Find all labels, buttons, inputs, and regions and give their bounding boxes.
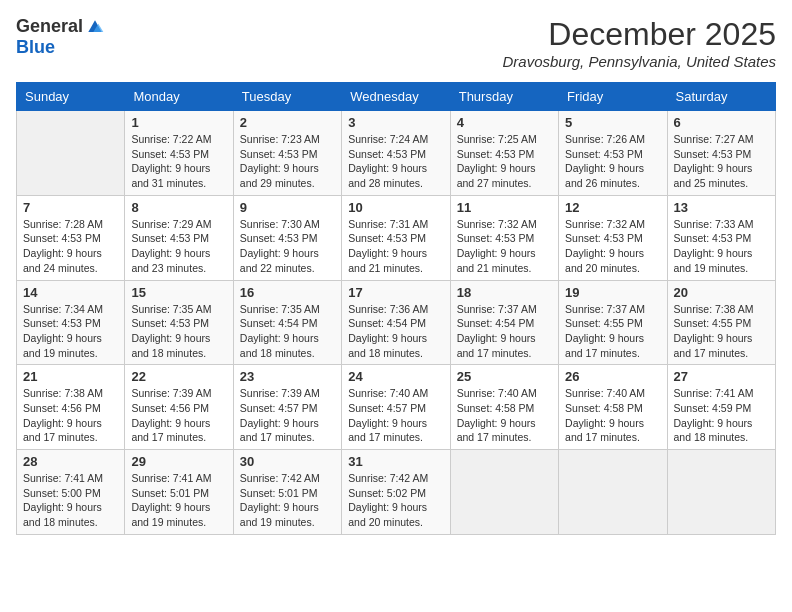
calendar-cell: 22Sunrise: 7:39 AM Sunset: 4:56 PM Dayli… [125,365,233,450]
calendar-week-row: 14Sunrise: 7:34 AM Sunset: 4:53 PM Dayli… [17,280,776,365]
calendar-cell: 12Sunrise: 7:32 AM Sunset: 4:53 PM Dayli… [559,195,667,280]
day-info: Sunrise: 7:30 AM Sunset: 4:53 PM Dayligh… [240,217,335,276]
calendar-week-row: 28Sunrise: 7:41 AM Sunset: 5:00 PM Dayli… [17,450,776,535]
calendar-cell: 25Sunrise: 7:40 AM Sunset: 4:58 PM Dayli… [450,365,558,450]
calendar-cell: 21Sunrise: 7:38 AM Sunset: 4:56 PM Dayli… [17,365,125,450]
day-number: 8 [131,200,226,215]
day-number: 3 [348,115,443,130]
day-of-week-thursday: Thursday [450,83,558,111]
day-number: 2 [240,115,335,130]
day-info: Sunrise: 7:42 AM Sunset: 5:02 PM Dayligh… [348,471,443,530]
day-info: Sunrise: 7:42 AM Sunset: 5:01 PM Dayligh… [240,471,335,530]
day-info: Sunrise: 7:37 AM Sunset: 4:55 PM Dayligh… [565,302,660,361]
calendar-cell: 28Sunrise: 7:41 AM Sunset: 5:00 PM Dayli… [17,450,125,535]
day-number: 24 [348,369,443,384]
day-info: Sunrise: 7:29 AM Sunset: 4:53 PM Dayligh… [131,217,226,276]
calendar-cell: 11Sunrise: 7:32 AM Sunset: 4:53 PM Dayli… [450,195,558,280]
day-info: Sunrise: 7:39 AM Sunset: 4:57 PM Dayligh… [240,386,335,445]
day-number: 23 [240,369,335,384]
day-number: 26 [565,369,660,384]
day-number: 30 [240,454,335,469]
calendar-cell: 4Sunrise: 7:25 AM Sunset: 4:53 PM Daylig… [450,111,558,196]
day-info: Sunrise: 7:35 AM Sunset: 4:54 PM Dayligh… [240,302,335,361]
calendar-cell [17,111,125,196]
calendar-cell: 3Sunrise: 7:24 AM Sunset: 4:53 PM Daylig… [342,111,450,196]
day-info: Sunrise: 7:34 AM Sunset: 4:53 PM Dayligh… [23,302,118,361]
calendar-cell: 17Sunrise: 7:36 AM Sunset: 4:54 PM Dayli… [342,280,450,365]
calendar-cell: 10Sunrise: 7:31 AM Sunset: 4:53 PM Dayli… [342,195,450,280]
day-number: 13 [674,200,769,215]
day-number: 10 [348,200,443,215]
day-info: Sunrise: 7:39 AM Sunset: 4:56 PM Dayligh… [131,386,226,445]
day-number: 27 [674,369,769,384]
day-number: 5 [565,115,660,130]
calendar-cell: 9Sunrise: 7:30 AM Sunset: 4:53 PM Daylig… [233,195,341,280]
day-of-week-tuesday: Tuesday [233,83,341,111]
day-of-week-monday: Monday [125,83,233,111]
day-info: Sunrise: 7:32 AM Sunset: 4:53 PM Dayligh… [565,217,660,276]
calendar-cell: 14Sunrise: 7:34 AM Sunset: 4:53 PM Dayli… [17,280,125,365]
calendar-week-row: 7Sunrise: 7:28 AM Sunset: 4:53 PM Daylig… [17,195,776,280]
calendar-cell: 1Sunrise: 7:22 AM Sunset: 4:53 PM Daylig… [125,111,233,196]
day-number: 20 [674,285,769,300]
day-info: Sunrise: 7:32 AM Sunset: 4:53 PM Dayligh… [457,217,552,276]
calendar-table: SundayMondayTuesdayWednesdayThursdayFrid… [16,82,776,535]
day-number: 1 [131,115,226,130]
month-title: December 2025 [503,16,776,53]
day-number: 11 [457,200,552,215]
day-number: 4 [457,115,552,130]
day-info: Sunrise: 7:41 AM Sunset: 5:01 PM Dayligh… [131,471,226,530]
day-info: Sunrise: 7:22 AM Sunset: 4:53 PM Dayligh… [131,132,226,191]
day-info: Sunrise: 7:24 AM Sunset: 4:53 PM Dayligh… [348,132,443,191]
day-info: Sunrise: 7:23 AM Sunset: 4:53 PM Dayligh… [240,132,335,191]
location: Dravosburg, Pennsylvania, United States [503,53,776,70]
day-info: Sunrise: 7:28 AM Sunset: 4:53 PM Dayligh… [23,217,118,276]
calendar-cell: 20Sunrise: 7:38 AM Sunset: 4:55 PM Dayli… [667,280,775,365]
day-number: 16 [240,285,335,300]
day-info: Sunrise: 7:38 AM Sunset: 4:55 PM Dayligh… [674,302,769,361]
calendar-cell [667,450,775,535]
day-number: 14 [23,285,118,300]
day-info: Sunrise: 7:38 AM Sunset: 4:56 PM Dayligh… [23,386,118,445]
page-header: General Blue December 2025 Dravosburg, P… [16,16,776,70]
day-of-week-wednesday: Wednesday [342,83,450,111]
day-of-week-sunday: Sunday [17,83,125,111]
day-number: 9 [240,200,335,215]
title-area: December 2025 Dravosburg, Pennsylvania, … [503,16,776,70]
day-of-week-friday: Friday [559,83,667,111]
calendar-cell: 19Sunrise: 7:37 AM Sunset: 4:55 PM Dayli… [559,280,667,365]
day-number: 29 [131,454,226,469]
day-info: Sunrise: 7:33 AM Sunset: 4:53 PM Dayligh… [674,217,769,276]
day-info: Sunrise: 7:41 AM Sunset: 4:59 PM Dayligh… [674,386,769,445]
day-number: 18 [457,285,552,300]
day-info: Sunrise: 7:35 AM Sunset: 4:53 PM Dayligh… [131,302,226,361]
calendar-cell: 18Sunrise: 7:37 AM Sunset: 4:54 PM Dayli… [450,280,558,365]
calendar-cell: 8Sunrise: 7:29 AM Sunset: 4:53 PM Daylig… [125,195,233,280]
calendar-cell: 23Sunrise: 7:39 AM Sunset: 4:57 PM Dayli… [233,365,341,450]
day-number: 6 [674,115,769,130]
calendar-cell: 27Sunrise: 7:41 AM Sunset: 4:59 PM Dayli… [667,365,775,450]
calendar-cell: 13Sunrise: 7:33 AM Sunset: 4:53 PM Dayli… [667,195,775,280]
calendar-cell: 5Sunrise: 7:26 AM Sunset: 4:53 PM Daylig… [559,111,667,196]
day-info: Sunrise: 7:40 AM Sunset: 4:58 PM Dayligh… [565,386,660,445]
calendar-cell: 31Sunrise: 7:42 AM Sunset: 5:02 PM Dayli… [342,450,450,535]
calendar-cell: 26Sunrise: 7:40 AM Sunset: 4:58 PM Dayli… [559,365,667,450]
day-of-week-saturday: Saturday [667,83,775,111]
calendar-cell: 30Sunrise: 7:42 AM Sunset: 5:01 PM Dayli… [233,450,341,535]
day-number: 19 [565,285,660,300]
calendar-cell [559,450,667,535]
day-info: Sunrise: 7:41 AM Sunset: 5:00 PM Dayligh… [23,471,118,530]
day-info: Sunrise: 7:37 AM Sunset: 4:54 PM Dayligh… [457,302,552,361]
day-info: Sunrise: 7:40 AM Sunset: 4:57 PM Dayligh… [348,386,443,445]
calendar-cell: 6Sunrise: 7:27 AM Sunset: 4:53 PM Daylig… [667,111,775,196]
day-number: 7 [23,200,118,215]
logo-general-text: General [16,16,83,37]
calendar-cell [450,450,558,535]
day-number: 15 [131,285,226,300]
calendar-header-row: SundayMondayTuesdayWednesdayThursdayFrid… [17,83,776,111]
day-info: Sunrise: 7:26 AM Sunset: 4:53 PM Dayligh… [565,132,660,191]
calendar-cell: 16Sunrise: 7:35 AM Sunset: 4:54 PM Dayli… [233,280,341,365]
day-info: Sunrise: 7:27 AM Sunset: 4:53 PM Dayligh… [674,132,769,191]
logo: General Blue [16,16,105,58]
day-number: 25 [457,369,552,384]
